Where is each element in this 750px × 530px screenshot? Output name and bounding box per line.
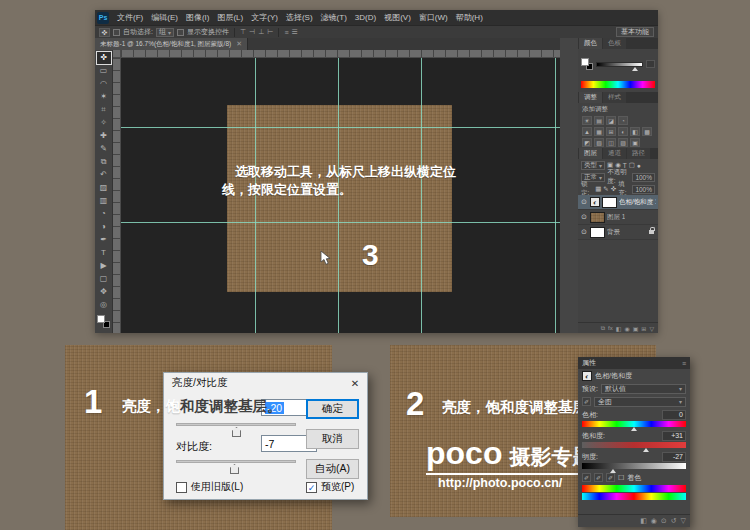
- reset-icon[interactable]: ↺: [671, 517, 677, 525]
- adjustment-icon[interactable]: ◉: [651, 517, 657, 525]
- lock-pixels-icon[interactable]: ✎: [603, 185, 608, 193]
- threshold-icon[interactable]: ◫: [606, 138, 616, 147]
- align-right-icon[interactable]: ⊢: [267, 28, 273, 36]
- slider-thumb[interactable]: [610, 469, 616, 473]
- lightness-slider[interactable]: [582, 463, 686, 469]
- slider-thumb[interactable]: [232, 427, 241, 437]
- delete-layer-icon[interactable]: ▽: [649, 325, 654, 332]
- layer-thumbnail[interactable]: [590, 227, 605, 238]
- exposure-icon[interactable]: ◔: [618, 116, 628, 125]
- vertical-ruler[interactable]: [113, 58, 121, 333]
- tab-color[interactable]: 颜色: [579, 38, 602, 49]
- guide-horizontal[interactable]: [121, 222, 560, 223]
- auto-select-checkbox[interactable]: [113, 29, 120, 36]
- brush-tool[interactable]: ✎: [97, 143, 111, 155]
- new-adjustment-icon[interactable]: ◉: [624, 325, 629, 332]
- adjustment-layer-icon[interactable]: ◐: [590, 197, 600, 207]
- workspace-switcher-button[interactable]: 基本功能: [616, 27, 654, 37]
- blur-tool[interactable]: ◔: [97, 208, 111, 220]
- move-tool[interactable]: ✜: [97, 52, 111, 64]
- layer-name[interactable]: 图层 1: [607, 213, 625, 222]
- path-select-tool[interactable]: ▶: [97, 260, 111, 272]
- pen-tool[interactable]: ✒: [97, 234, 111, 246]
- close-icon[interactable]: ✕: [343, 378, 367, 389]
- vibrance-icon[interactable]: ▲: [582, 127, 592, 136]
- color-balance-icon[interactable]: ⊞: [606, 127, 616, 136]
- guide-horizontal[interactable]: [121, 127, 560, 128]
- foreground-color-swatch[interactable]: [97, 315, 105, 323]
- visibility-eye-icon[interactable]: ⊙: [580, 228, 588, 236]
- saturation-slider[interactable]: [582, 442, 686, 448]
- layer-style-icon[interactable]: fx: [608, 325, 613, 331]
- lock-transparency-icon[interactable]: ▦: [595, 185, 601, 193]
- filter-smart-icon[interactable]: ●: [637, 162, 641, 169]
- tab-channels[interactable]: 通道: [603, 148, 626, 159]
- layer-row-background[interactable]: ⊙ 背景: [578, 225, 658, 240]
- cancel-button[interactable]: 取消: [306, 429, 359, 449]
- fill-dropdown[interactable]: 100%: [632, 185, 655, 194]
- zoom-tool[interactable]: ◎: [97, 299, 111, 311]
- opacity-dropdown[interactable]: 100%: [632, 173, 655, 182]
- healing-tool[interactable]: ✚: [97, 130, 111, 142]
- hue-saturation-icon[interactable]: ▦: [594, 127, 604, 136]
- distribute-icon[interactable]: ≡: [284, 29, 288, 36]
- brightness-slider[interactable]: [176, 423, 296, 426]
- brightness-contrast-icon[interactable]: ☀: [582, 116, 592, 125]
- hand-tool[interactable]: ✥: [97, 286, 111, 298]
- channel-dropdown[interactable]: 全图 ▾: [594, 397, 686, 407]
- colorize-checkbox[interactable]: ☐: [618, 474, 624, 482]
- guide-vertical[interactable]: [555, 58, 556, 333]
- clip-to-layer-icon[interactable]: ◧: [640, 517, 647, 525]
- slider-thumb[interactable]: [643, 448, 649, 452]
- add-mask-icon[interactable]: ◧: [616, 325, 622, 332]
- layer-row-adjustment[interactable]: ⊙ ◐ 色相/饱和度 1: [578, 195, 658, 210]
- ok-button[interactable]: 确定: [306, 399, 359, 419]
- align-bottom-icon[interactable]: ⊥: [258, 28, 264, 36]
- align-left-icon[interactable]: ⊣: [249, 28, 255, 36]
- layer-row-image[interactable]: ⊙ 图层 1: [578, 210, 658, 225]
- tab-swatches[interactable]: 色板: [603, 38, 626, 49]
- lock-position-icon[interactable]: ✜: [611, 185, 616, 193]
- color-value-box[interactable]: [646, 60, 655, 68]
- dodge-tool[interactable]: ◑: [97, 221, 111, 233]
- tab-layers[interactable]: 图层: [579, 148, 602, 159]
- auto-button[interactable]: 自动(A): [306, 459, 359, 479]
- hue-value[interactable]: 0: [662, 410, 686, 420]
- saturation-value[interactable]: +31: [662, 431, 686, 441]
- gradient-map-icon[interactable]: ▣: [630, 138, 640, 147]
- channel-mixer-icon[interactable]: ▩: [642, 127, 652, 136]
- tab-paths[interactable]: 路径: [627, 148, 650, 159]
- slider-thumb[interactable]: [230, 464, 239, 474]
- selective-color-icon[interactable]: ▨: [618, 138, 628, 147]
- visibility-eye-icon[interactable]: ⊙: [580, 198, 588, 206]
- slider-thumb[interactable]: [632, 67, 638, 71]
- menu-select[interactable]: 选择(S): [282, 12, 317, 23]
- eyedropper-subtract-icon[interactable]: ✐: [606, 473, 615, 482]
- eraser-tool[interactable]: ▨: [97, 182, 111, 194]
- horizontal-ruler[interactable]: [121, 50, 560, 58]
- visibility-eye-icon[interactable]: ⊙: [580, 213, 588, 221]
- filter-type-dropdown[interactable]: 类型 ▾: [581, 161, 605, 170]
- foreground-color-swatch[interactable]: [581, 58, 589, 66]
- document-tab[interactable]: 未标题-1 @ 16.7%(色相/饱和度1, 图层蒙版/8) ✕: [95, 38, 248, 50]
- menu-3d[interactable]: 3D(D): [351, 13, 380, 22]
- menu-view[interactable]: 视图(V): [380, 12, 415, 23]
- marquee-tool[interactable]: ▭: [97, 65, 111, 77]
- delete-icon[interactable]: ▽: [681, 517, 686, 525]
- canvas[interactable]: 选取移动工具，从标尺上移出纵横定位 线，按限定位置设置。 3: [121, 58, 560, 333]
- layer-name[interactable]: 色相/饱和度 1: [619, 198, 656, 207]
- type-tool[interactable]: T: [97, 247, 111, 259]
- quick-select-tool[interactable]: ✶: [97, 91, 111, 103]
- menu-window[interactable]: 窗口(W): [415, 12, 452, 23]
- menu-layer[interactable]: 图层(L): [213, 12, 247, 23]
- preview-checkbox[interactable]: ✓: [306, 482, 317, 493]
- black-white-icon[interactable]: ◐: [618, 127, 628, 136]
- show-transform-checkbox[interactable]: [177, 29, 184, 36]
- color-slider[interactable]: [596, 62, 643, 67]
- new-group-icon[interactable]: ▣: [633, 325, 639, 332]
- new-layer-icon[interactable]: ⊞: [641, 325, 646, 332]
- layer-thumbnail[interactable]: [590, 212, 605, 223]
- shape-tool[interactable]: ▢: [97, 273, 111, 285]
- targeted-adjust-icon[interactable]: ✐: [582, 397, 591, 406]
- eyedropper-tool[interactable]: ✧: [97, 117, 111, 129]
